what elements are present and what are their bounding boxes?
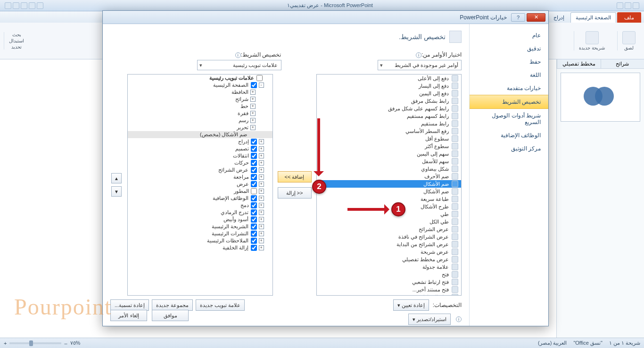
expand-icon[interactable]: + bbox=[259, 210, 264, 215]
qat-icon[interactable] bbox=[617, 2, 623, 9]
list-item[interactable]: قطع الارتباط bbox=[317, 293, 462, 295]
rename-button[interactable]: إعادة تسمية... bbox=[110, 299, 149, 311]
panel-tab-slides[interactable]: شرائح bbox=[601, 59, 644, 68]
select-label[interactable]: تحديد bbox=[11, 44, 22, 50]
expand-icon[interactable]: + bbox=[259, 245, 264, 250]
list-item[interactable]: عرض مخطط تفصيلي bbox=[317, 256, 462, 263]
commands-list[interactable]: دفع إلى الأعلىدفع إلى اليساردفع إلى اليم… bbox=[316, 74, 462, 296]
expand-icon[interactable]: - bbox=[259, 83, 264, 88]
tree-item[interactable]: +حركات bbox=[128, 159, 272, 166]
new-tab-button[interactable]: علامة تبويب جديدة bbox=[196, 299, 245, 311]
expand-icon[interactable]: + bbox=[259, 167, 264, 173]
list-item[interactable]: رابط مستقيم bbox=[317, 120, 462, 127]
expand-icon[interactable]: + bbox=[259, 231, 264, 236]
new-slide-icon[interactable] bbox=[586, 31, 599, 44]
tree-checkbox[interactable] bbox=[251, 167, 257, 173]
choose-from-combo[interactable]: أوامر غير موجودة في الشريط bbox=[378, 60, 462, 70]
find-label[interactable]: بحث bbox=[12, 32, 21, 37]
add-button[interactable]: إضافة >> bbox=[278, 171, 312, 182]
tree-checkbox[interactable] bbox=[251, 202, 257, 208]
move-down-button[interactable]: ▼ bbox=[111, 186, 122, 197]
nav-item[interactable]: مركز التوثيق bbox=[470, 142, 548, 155]
tree-checkbox[interactable] bbox=[251, 231, 257, 237]
tree-checkbox[interactable] bbox=[251, 245, 257, 251]
nav-item[interactable]: تدقيق bbox=[470, 42, 548, 55]
tree-checkbox[interactable] bbox=[251, 216, 257, 223]
tree-checkbox[interactable] bbox=[251, 238, 257, 244]
tree-item[interactable]: +النشرات الرئيسية bbox=[128, 230, 272, 237]
tree-checkbox[interactable] bbox=[256, 75, 263, 81]
expand-icon[interactable]: + bbox=[259, 238, 264, 243]
tree-checkbox[interactable] bbox=[251, 188, 257, 194]
tab-file[interactable]: ملف bbox=[617, 12, 641, 23]
paste-icon[interactable] bbox=[622, 31, 636, 44]
nav-item[interactable]: الوظائف الإضافية bbox=[470, 129, 548, 142]
expand-icon[interactable]: + bbox=[250, 118, 256, 123]
qat-icon[interactable] bbox=[29, 2, 35, 9]
tree-checkbox[interactable] bbox=[251, 139, 257, 145]
tree-checkbox[interactable] bbox=[251, 174, 257, 180]
import-export-button[interactable]: استيراد/تصدير ▾ bbox=[408, 314, 451, 325]
qat-icon[interactable] bbox=[5, 2, 11, 9]
qat-icon[interactable] bbox=[13, 2, 19, 9]
tree-item[interactable]: +دمج bbox=[128, 202, 272, 209]
list-item[interactable]: سطوع أقل bbox=[317, 135, 462, 142]
tree-item[interactable]: ضم الأشكال (مخصص) bbox=[128, 131, 272, 138]
tree-checkbox[interactable] bbox=[251, 160, 257, 166]
list-item[interactable]: رابط كسهم مستقيم bbox=[317, 112, 462, 120]
tree-checkbox[interactable] bbox=[251, 82, 257, 88]
list-item[interactable]: رابط كسهم على شكل مرفق bbox=[317, 105, 462, 112]
tree-checkbox[interactable] bbox=[251, 181, 257, 187]
list-item[interactable]: ضم الأشكال bbox=[317, 180, 462, 188]
tree-item[interactable]: +عرض bbox=[128, 181, 272, 188]
expand-icon[interactable]: + bbox=[250, 97, 256, 102]
expand-icon[interactable]: + bbox=[259, 217, 264, 222]
nav-item[interactable]: عام bbox=[470, 29, 548, 42]
qat-icon[interactable] bbox=[625, 2, 631, 9]
tree-checkbox[interactable] bbox=[251, 146, 257, 152]
tree-item[interactable]: +تحرير bbox=[128, 124, 272, 131]
info-icon[interactable]: i bbox=[235, 52, 241, 58]
list-item[interactable]: ضم الأشكال bbox=[317, 188, 462, 195]
list-item[interactable]: دفع إلى اليسار bbox=[317, 82, 462, 90]
tree-item[interactable]: +الوظائف الإضافية bbox=[128, 195, 272, 202]
tree-item[interactable]: +رسم bbox=[128, 117, 272, 124]
list-item[interactable]: عرض الشرائح من البداية bbox=[317, 240, 462, 248]
expand-icon[interactable]: + bbox=[259, 146, 264, 151]
tree-item[interactable]: +عرض الشرائح bbox=[128, 166, 272, 174]
list-item[interactable]: عرض شريحة bbox=[317, 248, 462, 256]
list-item[interactable]: فتح ارتباط تشعبي bbox=[317, 278, 462, 286]
list-item[interactable]: دفع إلى الأعلى bbox=[317, 75, 462, 82]
tree-item[interactable]: +الحافظة bbox=[128, 89, 272, 96]
tree-item[interactable]: +الشريحة الرئيسية bbox=[128, 223, 272, 230]
list-item[interactable]: عرض الشرائح bbox=[317, 225, 462, 233]
remove-button[interactable]: << إزالة bbox=[278, 187, 312, 199]
expand-icon[interactable]: + bbox=[259, 203, 264, 208]
list-item[interactable]: فتح bbox=[317, 271, 462, 278]
list-item[interactable]: ضم الأحرف bbox=[317, 173, 462, 180]
tree-item[interactable]: +المطور bbox=[128, 188, 272, 195]
list-item[interactable]: شكل بيضاوي bbox=[317, 165, 462, 173]
close-icon[interactable]: ✕ bbox=[527, 13, 545, 22]
reset-button[interactable]: إعادة تعيين ▾ bbox=[393, 299, 429, 311]
expand-icon[interactable]: + bbox=[250, 125, 256, 130]
expand-icon[interactable]: + bbox=[259, 189, 264, 194]
expand-icon[interactable]: + bbox=[259, 153, 264, 158]
list-item[interactable]: سطوع أكثر bbox=[317, 142, 462, 150]
replace-label[interactable]: استبدال bbox=[9, 38, 24, 43]
panel-tab-outline[interactable]: مخطط تفصيلي bbox=[557, 59, 601, 68]
list-item[interactable]: طباعة سريعة bbox=[317, 195, 462, 203]
list-item[interactable]: دفع إلى اليمين bbox=[317, 90, 462, 97]
tree-item[interactable]: +إزالة الخلفية bbox=[128, 244, 272, 251]
tree-item[interactable]: +أسود وأبيض bbox=[128, 216, 272, 223]
expand-icon[interactable]: + bbox=[259, 174, 264, 180]
tree-item[interactable]: +خط bbox=[128, 103, 272, 110]
list-item[interactable]: علامة جدولة bbox=[317, 263, 462, 271]
expand-icon[interactable]: + bbox=[259, 139, 264, 144]
list-item[interactable]: طي bbox=[317, 210, 462, 218]
list-item[interactable]: فتح مستند أخير... bbox=[317, 286, 462, 293]
new-group-button[interactable]: مجموعة جديدة bbox=[152, 299, 193, 311]
customize-combo[interactable]: علامات تبويب رئيسية bbox=[197, 60, 281, 70]
tree-item[interactable]: +إدراج bbox=[128, 138, 272, 145]
ok-button[interactable]: موافق bbox=[152, 310, 189, 321]
